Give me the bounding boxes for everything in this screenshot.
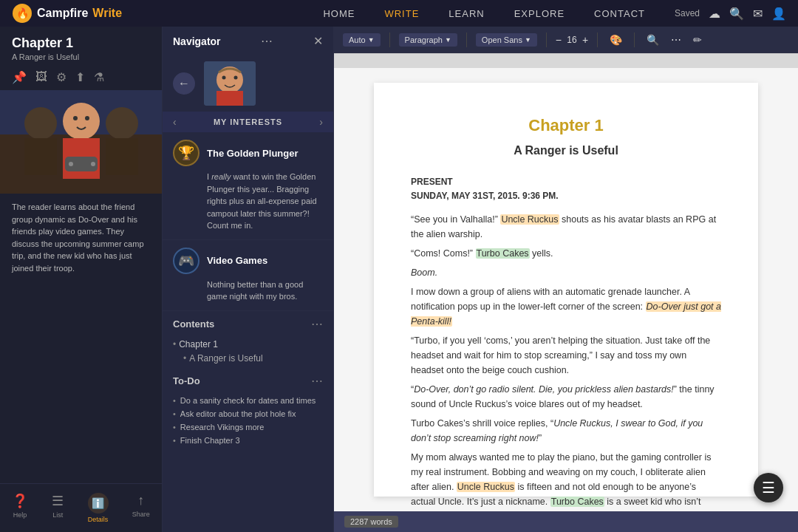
navigator-menu-icon[interactable]: ⋯ (261, 34, 273, 48)
toolbar-sep-2 (466, 33, 467, 47)
editor-wrapper: Chapter 1 A Ranger is Useful PRESENT SUN… (334, 68, 798, 532)
char-uncle-ruckus-1: Uncle Ruckus (500, 214, 559, 225)
toolbar-paragraph-group: Paragraph ▼ (399, 33, 457, 47)
paragraph-button[interactable]: Paragraph ▼ (399, 33, 457, 47)
upload-icon[interactable]: ⬆ (75, 70, 85, 84)
gaming-icon: 🎮 (173, 248, 200, 274)
svg-point-11 (69, 162, 73, 166)
help-icon: ❓ (12, 493, 28, 509)
page-para-2: “Coms! Coms!” Turbo Cakes yells. (411, 246, 721, 261)
interests-left-arrow[interactable]: ‹ (173, 116, 177, 128)
editor-toolbar: Auto ▼ Paragraph ▼ Open Sans ▼ − (334, 27, 798, 53)
navigator-panel: Navigator ⋯ ✕ ← ‹ MY INTERESTS › (163, 27, 334, 532)
character-area: ← (163, 55, 333, 112)
nav-home[interactable]: HOME (323, 7, 355, 20)
char-turbo-cakes-2: Turbo Cakes (550, 497, 604, 507)
help-label: Help (13, 511, 27, 519)
bottom-nav-list[interactable]: ☰ List (46, 490, 69, 526)
edit-mode-button[interactable]: ✏ (690, 33, 705, 47)
page-para-1: “See you in Valhalla!” Uncle Ruckus shou… (411, 212, 721, 242)
main-nav: HOME WRITE LEARN EXPLORE CONTACT (323, 7, 675, 20)
scene-date: SUNDAY, MAY 31ST, 2015. 9:36 PM. (411, 189, 721, 203)
sidebar-chapter-image (0, 90, 162, 194)
golden-plunger-icon: 🏆 (173, 140, 200, 166)
font-size-increase[interactable]: + (582, 34, 588, 46)
contents-subitem-ranger[interactable]: A Ranger is Useful (173, 352, 323, 365)
todo-menu-icon[interactable]: ⋯ (311, 374, 323, 388)
logo[interactable]: 🔥 Campfire Write (12, 3, 122, 24)
word-count-bar: 2287 words (334, 511, 798, 532)
auto-button[interactable]: Auto ▼ (343, 33, 381, 47)
scene-label: PRESENT (411, 175, 721, 189)
share-icon: ↑ (137, 493, 144, 508)
editor-content[interactable]: Chapter 1 A Ranger is Useful PRESENT SUN… (334, 68, 798, 511)
search-icon[interactable]: 🔍 (729, 7, 744, 21)
settings-icon[interactable]: ⚙ (56, 70, 66, 84)
pin-icon[interactable]: 📌 (12, 70, 27, 84)
interest-desc-golden: I really want to win the Golden Plunger … (173, 171, 323, 232)
ruler-svg (334, 53, 798, 68)
svg-point-13 (73, 116, 78, 120)
svg-point-19 (234, 76, 238, 80)
bottom-nav-help[interactable]: ❓ Help (6, 490, 34, 526)
top-navigation: 🔥 Campfire Write HOME WRITE LEARN EXPLOR… (0, 0, 798, 27)
interest-header-golden: 🏆 The Golden Plunger (173, 140, 323, 166)
cloud-icon[interactable]: ☁ (709, 7, 720, 21)
editor-ruler (334, 53, 798, 68)
page-chapter-subtitle: A Ranger is Useful (411, 141, 721, 160)
toolbar-sep-1 (389, 33, 390, 47)
nav-explore[interactable]: EXPLORE (514, 7, 565, 20)
interest-header-gaming: 🎮 Video Games (173, 248, 323, 274)
todo-list: • Do a sanity check for dates and times … (163, 391, 333, 450)
font-size-decrease[interactable]: − (556, 34, 562, 46)
font-size-control: − 16 + (556, 34, 588, 46)
todo-editor-text: Ask editor about the plot hole fix (180, 409, 296, 418)
account-icon[interactable]: 👤 (771, 7, 786, 21)
svg-point-6 (63, 103, 100, 140)
page-para-5: “Turbo, if you yell ‘coms,’ you aren’t h… (411, 333, 721, 378)
floating-action-button[interactable]: ☰ (754, 473, 783, 502)
search-editor-button[interactable]: 🔍 (644, 33, 662, 47)
sidebar-toolbar: 📌 🖼 ⚙ ⬆ ⚗ (0, 64, 162, 90)
navigator-close-icon[interactable]: ✕ (313, 34, 323, 48)
interests-right-arrow[interactable]: › (319, 116, 323, 128)
todo-label: To-Do (173, 375, 200, 386)
sidebar-description: The reader learns about the friend group… (0, 194, 162, 282)
nav-back-button[interactable]: ← (173, 72, 195, 95)
filter-icon[interactable]: ⚗ (94, 70, 104, 84)
nav-learn[interactable]: LEARN (449, 7, 484, 20)
text-color-button[interactable]: 🎨 (607, 33, 625, 47)
logo-campfire-text: Campfire (37, 7, 88, 20)
toolbar-font-group: Open Sans ▼ (476, 33, 537, 47)
bottom-nav-share[interactable]: ↑ Share (126, 490, 156, 526)
details-icon: ℹ️ (88, 493, 109, 514)
contents-menu-icon[interactable]: ⋯ (311, 317, 323, 331)
interests-label: MY INTERESTS (214, 117, 282, 126)
font-button[interactable]: Open Sans ▼ (476, 33, 537, 47)
bottom-nav-details[interactable]: ℹ️ Details (82, 490, 115, 526)
page-para-4: I mow down a group of aliens with an aut… (411, 284, 721, 329)
main-layout: Chapter 1 A Ranger is Useful 📌 🖼 ⚙ ⬆ ⚗ (0, 27, 798, 532)
todo-section-header: To-Do ⋯ (163, 368, 333, 391)
interest-desc-gaming: Nothing better than a good game night wi… (173, 279, 323, 303)
mail-icon[interactable]: ✉ (753, 7, 763, 21)
todo-item-sanity: • Do a sanity check for dates and times (173, 394, 323, 407)
page-para-8: My mom always wanted me to play the pian… (411, 450, 721, 511)
toolbar-sep-4 (597, 33, 598, 47)
char-turbo-cakes-1: Turbo Cakes (476, 248, 530, 259)
sidebar-chapter-subtitle: A Ranger is Useful (12, 52, 150, 61)
add-image-icon[interactable]: 🖼 (35, 70, 47, 84)
more-options-button[interactable]: ⋯ (668, 33, 684, 47)
contents-chapter-1[interactable]: Chapter 1 (173, 337, 323, 352)
radio-silent-text: Do-Over, don’t go radio silent. Die, you… (414, 384, 674, 395)
word-count-badge: 2287 words (344, 516, 398, 528)
nav-write[interactable]: WRITE (384, 7, 419, 20)
interest-name-gaming: Video Games (207, 255, 267, 266)
page-para-7: Turbo Cakes’s shrill voice replies, “Unc… (411, 416, 721, 446)
interest-item-video-games: 🎮 Video Games Nothing better than a good… (163, 240, 333, 311)
nav-contact[interactable]: CONTACT (594, 7, 645, 20)
contents-list: Chapter 1 A Ranger is Useful (163, 334, 333, 368)
list-icon: ☰ (52, 493, 64, 509)
toolbar-sep-5 (634, 33, 635, 47)
nav-right-controls: Saved ☁ 🔍 ✉ 👤 (675, 7, 786, 21)
